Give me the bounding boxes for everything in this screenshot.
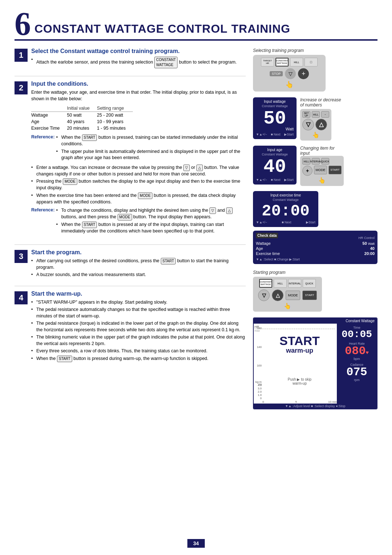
input-wattage-panel: Input wattage Constant Wattage 50 Watt ▼…: [253, 97, 297, 139]
step-1-bullets: Attach the earlobe sensor, and press the…: [31, 57, 246, 68]
reference-block-2: Reference: To change the conditions, dis…: [31, 207, 246, 236]
warmup-footer-text: ▼▲ :Adjust level ■ :Select display ●:Sto…: [285, 404, 345, 408]
mode-btn-inline: MODE: [63, 178, 77, 185]
check-data-header-row: Check data HR Control: [256, 233, 375, 240]
check-data-nav: ▼▲ :Select ■:Change ▶:Start: [256, 258, 375, 261]
step-2-bullet2-3: When the exercise time has been entered …: [31, 193, 246, 206]
prog-down-btn[interactable]: ▽: [285, 68, 296, 79]
start-prog-btn-hill[interactable]: HILL: [274, 279, 287, 288]
start-mode-btn[interactable]: MODE: [286, 291, 300, 300]
row-initial-exercise: 20 minutes: [67, 125, 97, 131]
ctrl-btn-hill[interactable]: HILL: [312, 111, 320, 118]
kg-m-0: 0: [254, 397, 262, 400]
changing-ctrl-panel: HILL INTERVAL QUICK + MODE START 👆: [300, 156, 344, 186]
up-btn-inline: △: [196, 165, 203, 171]
warmup-hr-stat: Heart Rate 080♥ bpm: [339, 342, 375, 361]
cadance-value: 075: [339, 366, 375, 378]
heart-icon: ♥: [366, 350, 369, 356]
start-down-btn[interactable]: ▽: [258, 289, 270, 301]
step-2-number: 2: [15, 81, 28, 94]
step-2-intro: Enter the wattage, your age, and exercis…: [31, 89, 246, 102]
start-prog-btn-interval[interactable]: INTERVAL: [288, 279, 301, 288]
row-range-exercise: 1 - 95 minutes: [97, 125, 133, 131]
graph-area: HR max 180 140 100 60: [254, 324, 337, 404]
row-label-age: Age: [31, 118, 67, 125]
page-number: 34: [187, 539, 205, 548]
warmup-time-stat: Time 00:05: [339, 326, 375, 340]
conditions-table: Initial value Setting range Wattage 50 w…: [31, 105, 133, 131]
prog-btn-constant[interactable]: CONSTANTWATTAGE: [275, 58, 289, 66]
up-btn-inline-2: △: [226, 207, 233, 214]
start-up-btn[interactable]: △: [272, 289, 283, 301]
ref1-row: Reference: When the START button is pres…: [31, 134, 246, 162]
check-exercise-val: 20:00: [364, 251, 375, 256]
ref1-items: When the START button is pressed, traini…: [56, 134, 246, 162]
ctrl-btn-up-down-set[interactable]: SETUP: [302, 111, 310, 118]
col-header-empty: [31, 105, 67, 112]
down-btn-inline-2: ▽: [209, 207, 216, 214]
chapter-number: 6: [15, 11, 31, 37]
prog-btn-null[interactable]: □: [305, 58, 318, 66]
constant-wattage-btn: CONSTANTWATTAGE: [154, 57, 177, 68]
start-btn-inline-2: START: [82, 222, 97, 228]
finger-icon-1: 👆: [256, 81, 323, 89]
step-4-title: Start the warm-up.: [31, 291, 246, 297]
page-wrapper: 6 Constant Wattage Control Training 1 Se…: [15, 11, 377, 415]
ctrl-btn-minus[interactable]: −: [321, 111, 329, 118]
hr-unit: bpm: [339, 357, 375, 361]
step-3-content: Start the program. After carrying out se…: [31, 249, 246, 279]
ctrl-btn-up-arrow[interactable]: △: [315, 119, 327, 130]
prog-btn-target[interactable]: TARGETHR: [261, 58, 274, 66]
step4-right-group: Constant Wattage HR max: [253, 317, 377, 409]
ref2-items: To change the conditions, display and hi…: [56, 207, 246, 236]
chapter-title-text: Constant Wattage Control Training: [34, 22, 290, 35]
starting-program-label: Starting program: [253, 270, 377, 275]
check-wattage-val: 50 Watt: [363, 241, 375, 246]
input-exercise-label: Input exercise time: [256, 193, 315, 197]
max-dashed-line: max: [254, 329, 335, 332]
prog-top-row: TARGETHR CONSTANTWATTAGE HILL □: [256, 58, 323, 66]
inc-dec-group: Input wattage Constant Wattage 50 Watt ▼…: [253, 97, 377, 143]
start-prog-btn-quick[interactable]: QUICK: [303, 279, 316, 288]
check-data-subheader: HR Control: [358, 236, 375, 240]
ctrl-btn-plus-circle[interactable]: +: [302, 166, 313, 176]
y-axis-hr: 180 140 100 60: [254, 327, 262, 386]
ctrl-btn-quick[interactable]: QUICK: [321, 158, 329, 165]
check-data-row-age: Age 40: [256, 246, 375, 251]
input-exercise-sublabel: Constant Wattage: [256, 198, 315, 202]
changing-top-row: HILL INTERVAL QUICK: [302, 158, 342, 165]
ref1-item-2: The upper pulse limit is automatically d…: [56, 149, 246, 161]
col-header-initial: Initial value: [67, 105, 97, 112]
nav-start-age: ▶Start: [284, 178, 294, 182]
step-3-bullets: After carrying out settings of the desir…: [31, 258, 246, 278]
prog-btn-hill[interactable]: HILL: [290, 58, 303, 66]
check-data-wrap: Check data HR Control Wattage 50 Watt Ag…: [253, 231, 377, 264]
step-1-title: Select the Constant wattage control trai…: [31, 48, 246, 54]
step-3-bullet-1: After carrying out settings of the desir…: [31, 258, 246, 271]
step-3-number: 3: [15, 250, 28, 263]
ctrl-btn-mode[interactable]: MODE: [314, 166, 327, 174]
ctrl-btn-hill-2[interactable]: HILL: [302, 158, 310, 165]
x-label-10: 10 min: [328, 400, 337, 404]
step-1-bullet-1: Attach the earlobe sensor, and press the…: [31, 57, 246, 68]
start-prog-btn-constant[interactable]: CONSTANTWATTAGE: [259, 279, 272, 288]
step-1-number: 1: [15, 49, 28, 62]
prog-stop-btn[interactable]: STOP: [270, 71, 283, 76]
start-start-btn[interactable]: START: [302, 291, 317, 300]
kg-m-2: 2.0: [254, 390, 262, 393]
step3-right-group: Starting program CONSTANTWATTAGE HILL IN…: [253, 270, 377, 312]
finger-emoji-4: 👆: [284, 303, 291, 309]
changing-label: Changing item forinput: [300, 146, 344, 156]
input-age-nav: ▼▲+/− ■ Next ▶Start: [256, 178, 294, 182]
step-4-bullet-6: When the START button is pressed during …: [31, 356, 246, 362]
ctrl-btn-interval[interactable]: INTERVAL: [312, 158, 320, 165]
row-label-wattage: Wattage: [31, 112, 67, 119]
start-btn-inline-4: START: [57, 356, 72, 362]
starting-bottom-row: ▽ △ MODE START: [255, 289, 320, 301]
ctrl-btn-start[interactable]: START: [328, 166, 342, 174]
time-value: 00:05: [339, 329, 375, 340]
step-2-bullet2-1: Enter a wattage. You can increase or dec…: [31, 165, 246, 178]
finger-icon-4: 👆: [255, 303, 320, 309]
ctrl-btn-down-arrow[interactable]: ▽: [302, 119, 314, 130]
prog-plus-btn[interactable]: +: [298, 68, 309, 79]
